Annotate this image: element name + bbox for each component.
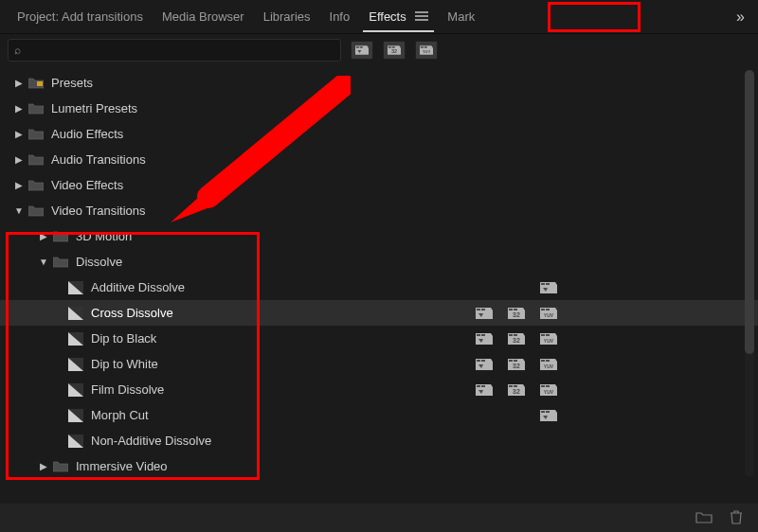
transition-icon [68,383,83,397]
folder-icon [53,256,70,268]
chevron-right-icon[interactable]: ▶ [13,103,25,114]
effect-non-additive-dissolve[interactable]: Non-Additive Dissolve [0,428,758,453]
chevron-right-icon[interactable]: ▶ [38,231,49,241]
transition-icon [68,434,83,448]
folder-label: Immersive Video [76,459,749,473]
folder-label: 3D Motion [76,229,749,243]
effect-label: Non-Additive Dissolve [91,434,749,448]
filter-accelerated-button[interactable] [351,41,373,60]
effect-cross-dissolve[interactable]: Cross Dissolve [0,300,758,326]
tab-libraries[interactable]: Libraries [254,2,320,31]
chevron-right-icon[interactable]: ▶ [38,461,49,471]
folder-label: Lumetri Presets [51,101,749,115]
accelerated-badge-icon [474,305,495,322]
effect-morph-cut[interactable]: Morph Cut [0,402,758,428]
folder-icon [28,153,45,166]
transition-icon [68,332,83,346]
scrollbar[interactable] [745,70,754,477]
filter-yuv-button[interactable] [415,41,438,60]
tab-info[interactable]: Info [320,2,360,31]
yuv-badge-icon [538,356,559,373]
folder-audio-transitions[interactable]: ▶ Audio Transitions [0,147,758,172]
transition-icon [68,281,83,294]
new-bin-icon[interactable] [695,510,713,526]
accelerated-badge-icon [538,407,559,424]
folder-label: Audio Effects [51,127,749,141]
tab-markers[interactable]: Mark [438,2,484,31]
folder-video-effects[interactable]: ▶ Video Effects [0,172,758,198]
tab-effects[interactable]: Effects [359,2,438,31]
effects-tree: ▶ Presets ▶ Lumetri Presets ▶ Audio Effe… [0,66,758,479]
effect-label: Cross Dissolve [91,306,474,320]
effect-label: Film Dissolve [91,382,474,397]
folder-video-transitions[interactable]: ▼ Video Transitions [0,198,758,223]
chevron-right-icon[interactable]: ▶ [13,129,25,139]
filter-32bit-button[interactable] [383,41,406,60]
folder-icon [53,460,70,472]
accelerated-badge-icon [538,279,559,296]
scroll-thumb[interactable] [745,70,754,354]
chevron-right-icon[interactable]: ▶ [13,78,25,88]
tab-media-browser[interactable]: Media Browser [153,2,254,31]
transition-icon [68,358,83,371]
folder-icon [28,128,45,140]
folder-label: Audio Transitions [51,152,749,167]
accelerated-badge-icon [474,330,495,347]
yuv-badge-icon [538,381,559,399]
32bit-badge-icon [506,356,527,373]
overflow-chevrons-icon[interactable]: » [731,5,750,29]
folder-label: Video Effects [51,178,749,192]
folder-audio-effects[interactable]: ▶ Audio Effects [0,121,758,147]
effect-label: Morph Cut [91,408,538,422]
chevron-right-icon[interactable]: ▶ [13,180,25,190]
effect-film-dissolve[interactable]: Film Dissolve [0,377,758,402]
folder-icon [28,204,45,217]
folder-icon [28,102,45,115]
32bit-badge-icon [506,381,527,399]
folder-dissolve[interactable]: ▼ Dissolve [0,249,758,275]
search-wrap: ⌕ [8,39,341,62]
chevron-right-icon[interactable]: ▶ [13,154,25,165]
folder-icon [53,230,70,242]
transition-icon [68,409,83,422]
preset-folder-icon [28,77,45,89]
folder-label: Presets [51,76,749,90]
effect-additive-dissolve[interactable]: Additive Dissolve [0,275,758,300]
accelerated-badge-icon [474,356,495,373]
yuv-badge-icon [538,330,559,347]
search-input[interactable] [25,44,334,57]
folder-label: Video Transitions [51,204,749,218]
chevron-down-icon[interactable]: ▼ [38,257,49,267]
folder-presets[interactable]: ▶ Presets [0,70,758,96]
effect-label: Additive Dissolve [91,280,538,294]
transition-icon [68,307,83,320]
effect-dip-to-black[interactable]: Dip to Black [0,326,758,351]
effect-label: Dip to White [91,357,474,371]
yuv-badge-icon [538,305,559,322]
panel-tabs: Project: Add transitions Media Browser L… [0,0,758,34]
search-row: ⌕ [0,34,758,66]
folder-label: Dissolve [76,255,749,269]
folder-immersive-video[interactable]: ▶ Immersive Video [0,453,758,479]
folder-lumetri-presets[interactable]: ▶ Lumetri Presets [0,96,758,121]
32bit-badge-icon [506,305,527,322]
bottom-bar [0,504,758,532]
32bit-badge-icon [506,330,527,347]
panel-menu-icon[interactable] [415,11,428,21]
accelerated-badge-icon [474,381,495,399]
search-icon: ⌕ [14,44,21,57]
effect-dip-to-white[interactable]: Dip to White [0,351,758,377]
folder-icon [28,179,45,191]
tab-project[interactable]: Project: Add transitions [8,2,153,31]
trash-icon[interactable] [730,509,743,527]
chevron-down-icon[interactable]: ▼ [13,205,25,216]
folder-3d-motion[interactable]: ▶ 3D Motion [0,223,758,249]
effect-label: Dip to Black [91,331,474,346]
tab-effects-label: Effects [369,9,406,24]
